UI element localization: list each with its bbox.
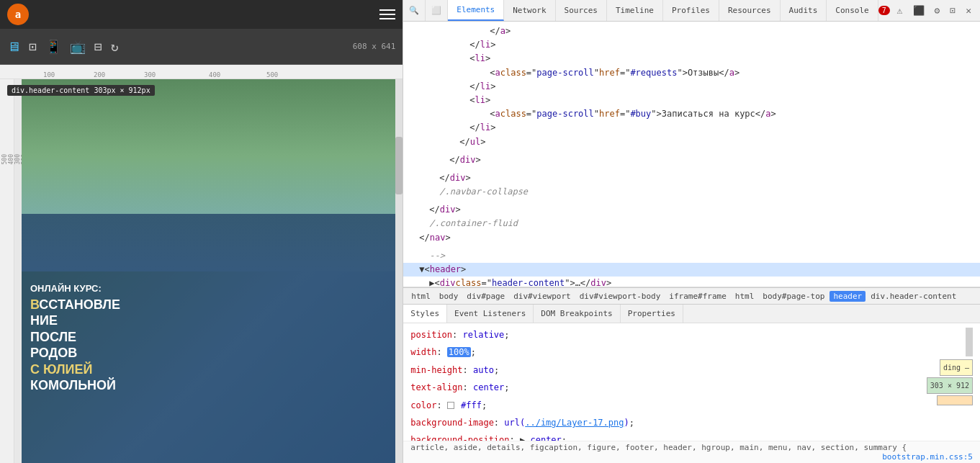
css-rule: background-image: url(../img/Layer-17.pn… xyxy=(410,415,922,430)
styles-tab-dom-breakpoints[interactable]: DOM Breakpoints xyxy=(534,305,620,323)
tree-line[interactable]: </li> xyxy=(403,121,980,135)
styles-tab-event-listeners[interactable]: Event Listeners xyxy=(447,305,534,323)
tree-line[interactable]: ▶ <div class="header-content"> … </div> xyxy=(403,277,980,287)
side-box-label: ding – xyxy=(940,359,973,376)
css-val: auto xyxy=(473,365,494,375)
tab-network[interactable]: Network xyxy=(504,0,555,21)
desktop-device-icon[interactable]: 🖥 xyxy=(7,39,20,54)
css-val: ) xyxy=(624,418,629,428)
console-drawer-icon[interactable]: ⬛ xyxy=(910,4,927,17)
scrollbar-side[interactable] xyxy=(966,328,973,356)
css-bg-image-link[interactable]: ../img/Layer-17.png xyxy=(525,418,624,428)
css-prop: background-image xyxy=(410,418,494,428)
css-rule: position: relative; xyxy=(410,328,922,342)
tree-line: --> xyxy=(403,249,980,263)
breadcrumb-body[interactable]: body xyxy=(436,291,462,302)
tab-elements[interactable]: Elements xyxy=(448,0,504,21)
breadcrumb-viewport[interactable]: div#viewport xyxy=(510,291,574,302)
color-swatch xyxy=(447,402,454,409)
settings-icon[interactable]: ⚙ xyxy=(932,4,943,17)
tree-line[interactable]: </nav> xyxy=(403,231,980,245)
breadcrumb-bar: html body div#page div#viewport div#view… xyxy=(403,287,980,305)
phone-device-icon[interactable]: 📱 xyxy=(45,39,61,54)
ruler-mark: 200 xyxy=(94,71,105,78)
styles-panel: Styles Event Listeners DOM Breakpoints P… xyxy=(403,305,980,463)
scrollbar-thumb[interactable] xyxy=(395,137,403,194)
breadcrumb-body-page-top[interactable]: body#page-top xyxy=(759,291,828,302)
dock-icon[interactable]: ⊡ xyxy=(947,4,958,17)
tab-audits[interactable]: Audits xyxy=(781,0,827,21)
tree-line[interactable]: <li> xyxy=(403,94,980,107)
tab-profiles[interactable]: Profiles xyxy=(663,0,719,21)
size-display: 608 x 641 xyxy=(353,42,396,51)
tab-sources[interactable]: Sources xyxy=(556,0,607,21)
selector-bar: article, aside, details, figcaption, fig… xyxy=(403,441,980,463)
tab-resources[interactable]: Resources xyxy=(719,0,781,21)
css-rule: background-position: ▶ center; xyxy=(410,433,922,441)
devtools-toolbar: 7 ⚠ ⬛ ⚙ ⊡ ✕ xyxy=(878,4,980,17)
selected-header-line[interactable]: ▼ <header> xyxy=(403,263,980,277)
tree-line[interactable]: </li> xyxy=(403,80,980,94)
styles-tab-properties[interactable]: Properties xyxy=(621,305,683,323)
ruler-mark: 500 xyxy=(266,71,278,78)
top-bar: a xyxy=(0,0,403,29)
breadcrumb-html2[interactable]: html xyxy=(732,291,758,302)
styles-tabs: Styles Event Listeners DOM Breakpoints P… xyxy=(403,305,980,323)
breadcrumb-header[interactable]: header xyxy=(830,291,866,302)
selector-text: article, aside, details, figcaption, fig… xyxy=(410,443,907,452)
css-prop: position xyxy=(410,330,452,340)
tv-device-icon[interactable]: 📺 xyxy=(70,39,86,54)
css-prop: background-position xyxy=(410,435,509,441)
breadcrumb-viewport-body[interactable]: div#viewport-body xyxy=(576,291,665,302)
tree-line: /.container-fluid xyxy=(403,217,980,230)
tab-inspect[interactable]: ⬜ xyxy=(426,0,448,21)
styles-tab-styles[interactable]: Styles xyxy=(403,305,447,323)
rotate-icon[interactable]: ↻ xyxy=(111,39,119,54)
tree-line[interactable]: </div> xyxy=(403,203,980,217)
css-rule: color: #fff; xyxy=(410,398,922,413)
hamburger-menu[interactable] xyxy=(379,9,395,19)
tree-line[interactable]: </a> xyxy=(403,24,980,38)
css-prop: text-align xyxy=(410,382,462,392)
tree-line[interactable]: <a class="page-scroll" href="#buy"> Запи… xyxy=(403,107,980,121)
tree-line[interactable]: <li> xyxy=(403,52,980,66)
css-rule: width: 100%; xyxy=(410,345,922,359)
ruler-mark: 100 xyxy=(43,71,55,78)
error-badge: 7 xyxy=(878,6,890,15)
css-val-width[interactable]: 100% xyxy=(447,347,471,357)
source-file[interactable]: bootstrap.min.css:5 xyxy=(882,452,973,462)
css-val: center xyxy=(530,435,561,441)
breadcrumb-divpage[interactable]: div#page xyxy=(463,291,508,302)
terminate-icon[interactable]: ⚠ xyxy=(894,4,906,17)
breadcrumb-html[interactable]: html xyxy=(408,291,434,302)
css-prop: min-height xyxy=(410,365,462,375)
tree-line[interactable]: </div> xyxy=(403,171,980,185)
element-tooltip: div.header-content 303px × 912px xyxy=(7,85,155,96)
tab-console[interactable]: Console xyxy=(827,0,878,21)
responsive-icon[interactable]: ⊟ xyxy=(94,39,102,54)
tree-line[interactable]: </li> xyxy=(403,38,980,52)
tab-search[interactable]: 🔍 xyxy=(403,0,426,21)
breadcrumb-iframe[interactable]: iframe#frame xyxy=(665,291,729,302)
styles-content: position: relative; width: 100%; min-hei… xyxy=(403,323,980,441)
tree-line[interactable]: <a class="page-scroll" href="#requests">… xyxy=(403,66,980,80)
tree-line[interactable]: </ul> xyxy=(403,135,980,149)
ruler-vertical: 100 200 300 400 500 xyxy=(0,79,14,463)
source-link[interactable]: bootstrap.min.css:5 xyxy=(882,452,973,462)
styles-main: position: relative; width: 100%; min-hei… xyxy=(410,328,922,436)
vertical-scrollbar[interactable] xyxy=(395,79,403,463)
side-box-size: 303 × 912 xyxy=(927,377,973,394)
css-val: relative xyxy=(463,330,505,340)
tree-line[interactable]: </div> xyxy=(403,153,980,167)
close-icon[interactable]: ✕ xyxy=(963,4,974,17)
tablet-device-icon[interactable]: ⊡ xyxy=(29,39,37,54)
breadcrumb-header-content[interactable]: div.header-content xyxy=(867,291,960,302)
css-prop: width xyxy=(410,347,436,357)
tab-timeline[interactable]: Timeline xyxy=(607,0,663,21)
css-rule: text-align: center; xyxy=(410,380,922,395)
left-panel: a 🖥 ⊡ 📱 📺 ⊟ ↻ 608 x 641 100 200 300 400 … xyxy=(0,0,403,463)
css-val: url( xyxy=(504,418,525,428)
preview-area: div.header-content 303px × 912px 100 200… xyxy=(0,79,403,463)
css-prop: color xyxy=(410,400,436,410)
css-val: center xyxy=(473,382,504,392)
